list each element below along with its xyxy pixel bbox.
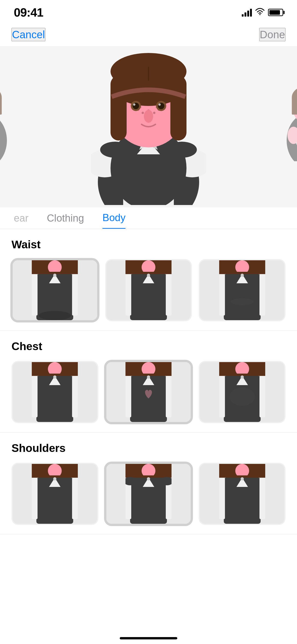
svg-rect-87 (219, 274, 225, 316)
svg-rect-97 (72, 376, 78, 417)
svg-point-128 (147, 477, 150, 480)
shoulders-option-2[interactable] (105, 463, 192, 525)
svg-point-138 (240, 477, 244, 480)
chest-option-2[interactable] (105, 361, 192, 423)
svg-rect-140 (260, 478, 265, 519)
tab-clothing[interactable]: Clothing (47, 212, 84, 228)
home-indicator (120, 637, 177, 640)
svg-point-103 (147, 376, 150, 379)
svg-rect-139 (219, 478, 225, 519)
tab-row: ear Clothing Body (0, 207, 297, 229)
svg-rect-79 (126, 274, 131, 316)
svg-point-41 (144, 110, 153, 123)
shoulders-options-grid (12, 463, 286, 525)
svg-point-0 (0, 113, 7, 161)
svg-point-86 (240, 274, 244, 277)
waist-option-2[interactable] (105, 259, 192, 321)
avatar-side-left (0, 75, 14, 178)
svg-rect-105 (166, 376, 172, 417)
chest-option-1[interactable] (12, 361, 98, 423)
svg-point-114 (230, 388, 255, 406)
chest-section: Chest (0, 331, 297, 432)
svg-point-47 (158, 104, 161, 106)
cancel-button[interactable]: Cancel (12, 28, 45, 41)
svg-rect-71 (72, 274, 78, 316)
status-icons (242, 7, 283, 18)
svg-point-120 (53, 477, 56, 480)
shoulders-section: Shoulders (0, 432, 297, 534)
svg-point-95 (53, 376, 56, 379)
chest-options-grid (12, 361, 286, 423)
svg-point-78 (147, 274, 150, 277)
waist-option-1[interactable] (12, 259, 98, 321)
svg-rect-122 (72, 478, 78, 519)
scrollable-content: ear Clothing Body Waist (0, 207, 297, 534)
svg-rect-80 (166, 274, 172, 316)
svg-point-37 (153, 112, 156, 114)
avatar-preview (0, 46, 297, 207)
nav-bar: Cancel Done (0, 23, 297, 46)
svg-point-89 (231, 298, 254, 305)
svg-point-111 (240, 376, 244, 379)
svg-rect-6 (0, 98, 2, 115)
wifi-icon (255, 7, 265, 18)
svg-point-46 (133, 104, 136, 106)
svg-point-24 (100, 142, 130, 158)
svg-rect-54 (292, 98, 297, 115)
svg-rect-112 (219, 376, 225, 417)
shoulders-option-1[interactable] (12, 463, 98, 525)
svg-point-72 (39, 311, 71, 320)
avatar-main (91, 48, 206, 205)
tab-headwear[interactable]: ear (14, 212, 28, 228)
svg-rect-104 (126, 376, 131, 417)
battery-icon (268, 9, 283, 16)
chest-section-title: Chest (12, 340, 286, 353)
svg-rect-121 (32, 478, 38, 519)
svg-rect-88 (260, 274, 265, 316)
waist-option-3[interactable] (199, 259, 286, 321)
status-bar: 09:41 (0, 0, 297, 23)
avatar-side-right (283, 75, 297, 178)
chest-option-3[interactable] (199, 361, 286, 423)
shoulders-section-title: Shoulders (12, 442, 286, 454)
tab-body[interactable]: Body (102, 212, 126, 229)
svg-rect-113 (260, 376, 265, 417)
svg-rect-96 (32, 376, 38, 417)
waist-section: Waist (0, 229, 297, 331)
status-time: 09:41 (14, 6, 43, 19)
svg-point-35 (142, 112, 144, 114)
svg-point-25 (167, 142, 197, 158)
done-button[interactable]: Done (259, 28, 286, 41)
signal-bars-icon (242, 8, 252, 16)
svg-rect-70 (32, 274, 38, 316)
waist-options-grid (12, 259, 286, 321)
svg-point-69 (53, 274, 56, 277)
waist-section-title: Waist (12, 238, 286, 251)
shoulders-option-3[interactable] (199, 463, 286, 525)
